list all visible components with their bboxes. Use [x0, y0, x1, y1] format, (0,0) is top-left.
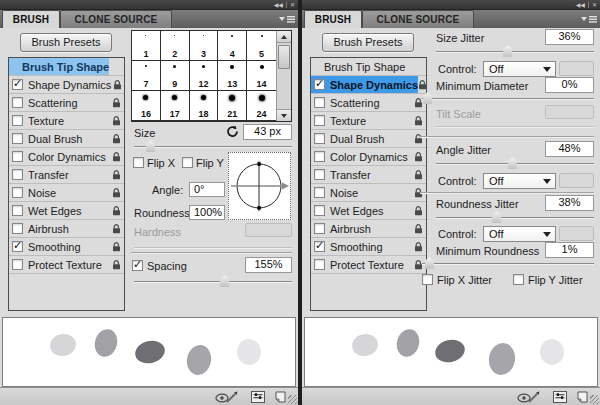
live-tip-preview-icon[interactable]: [215, 391, 238, 403]
lock-icon[interactable]: [109, 184, 124, 201]
sidebar-item-texture[interactable]: Texture: [9, 112, 124, 130]
angle-jitter-slider[interactable]: [436, 157, 594, 169]
size-value-field[interactable]: 43 px: [243, 124, 292, 140]
control-roundness-dropdown[interactable]: Off: [483, 226, 556, 242]
resize-grip-icon[interactable]: [590, 395, 599, 404]
lock-icon[interactable]: [411, 130, 426, 147]
lock-icon[interactable]: [418, 76, 427, 93]
brush-presets-button[interactable]: Brush Presets: [322, 33, 414, 52]
preset-manager-icon[interactable]: [553, 391, 567, 403]
lock-icon[interactable]: [411, 238, 426, 255]
minimum-diameter-value-field[interactable]: 0%: [545, 77, 594, 93]
brush-tip-cell[interactable]: 14: [247, 61, 276, 91]
minimum-diameter-slider-thumb[interactable]: [423, 92, 432, 104]
sidebar-item-transfer[interactable]: Transfer: [311, 166, 426, 184]
lock-icon[interactable]: [109, 220, 124, 237]
brush-tip-cell[interactable]: 5: [247, 31, 276, 61]
lock-icon[interactable]: [109, 238, 124, 255]
create-new-brush-icon[interactable]: [275, 391, 286, 403]
sidebar-item-brush-tip-shape[interactable]: Brush Tip Shape: [9, 58, 124, 76]
grid-scrollbar[interactable]: [276, 31, 291, 121]
sidebar-item-color-dynamics[interactable]: Color Dynamics: [311, 148, 426, 166]
roundness-jitter-value-field[interactable]: 38%: [545, 195, 594, 211]
angle-value-field[interactable]: 0°: [189, 182, 225, 197]
resize-grip-icon[interactable]: [288, 395, 297, 404]
transfer-checkbox[interactable]: [314, 169, 325, 180]
sidebar-item-wet-edges[interactable]: Wet Edges: [311, 202, 426, 220]
sidebar-item-dual-brush[interactable]: Dual Brush: [9, 130, 124, 148]
sidebar-item-shape-dynamics[interactable]: Shape Dynamics: [9, 76, 124, 94]
brush-tip-cell[interactable]: 13: [218, 61, 247, 91]
brush-tip-cell[interactable]: 24: [247, 91, 276, 121]
preset-manager-icon[interactable]: [251, 391, 265, 403]
airbrush-checkbox[interactable]: [12, 223, 23, 234]
noise-checkbox[interactable]: [12, 187, 23, 198]
scattering-checkbox[interactable]: [314, 97, 325, 108]
color-dynamics-checkbox[interactable]: [12, 151, 23, 162]
minimum-roundness-slider-thumb[interactable]: [425, 257, 434, 269]
collapse-panels-icon[interactable]: ◀◀: [274, 2, 283, 8]
flip-y-jitter-checkbox[interactable]: [513, 274, 524, 285]
wet-edges-checkbox[interactable]: [314, 205, 325, 216]
shape-dynamics-checkbox[interactable]: [314, 79, 325, 90]
brush-tip-cell[interactable]: 16: [132, 91, 161, 121]
lock-icon[interactable]: [109, 166, 124, 183]
sidebar-item-protect-texture[interactable]: Protect Texture: [311, 256, 426, 274]
lock-icon[interactable]: [109, 112, 124, 129]
size-jitter-slider[interactable]: [436, 45, 594, 57]
control-size-dropdown[interactable]: Off: [483, 61, 556, 77]
sidebar-item-transfer[interactable]: Transfer: [9, 166, 124, 184]
lock-icon[interactable]: [109, 148, 124, 165]
tab-clone-source[interactable]: CLONE SOURCE: [60, 10, 172, 28]
brush-tip-cell[interactable]: 7: [132, 61, 161, 91]
angle-jitter-slider-thumb[interactable]: [508, 157, 517, 169]
lock-icon[interactable]: [109, 94, 124, 111]
texture-checkbox[interactable]: [12, 115, 23, 126]
size-jitter-value-field[interactable]: 36%: [545, 29, 594, 45]
brush-tip-cell[interactable]: 17: [161, 91, 190, 121]
sidebar-item-dual-brush[interactable]: Dual Brush: [311, 130, 426, 148]
roundness-value-field[interactable]: 100%: [189, 205, 225, 220]
roundness-jitter-slider[interactable]: [436, 211, 594, 223]
minimum-roundness-slider[interactable]: [422, 257, 594, 269]
smoothing-checkbox[interactable]: [314, 241, 325, 252]
angle-jitter-value-field[interactable]: 48%: [545, 141, 594, 157]
scroll-up-icon[interactable]: [277, 31, 291, 43]
flip-y-checkbox[interactable]: [182, 157, 193, 168]
shape-dynamics-checkbox[interactable]: [12, 79, 23, 90]
brush-presets-button[interactable]: Brush Presets: [20, 33, 112, 52]
dual-brush-checkbox[interactable]: [12, 133, 23, 144]
sidebar-item-noise[interactable]: Noise: [311, 184, 426, 202]
brush-tip-cell[interactable]: 4: [218, 31, 247, 61]
sidebar-item-scattering[interactable]: Scattering: [311, 94, 426, 112]
lock-icon[interactable]: [411, 220, 426, 237]
tab-brush[interactable]: BRUSH: [304, 10, 362, 28]
lock-icon[interactable]: [411, 202, 426, 219]
sidebar-item-shape-dynamics[interactable]: Shape Dynamics: [311, 76, 426, 94]
brush-tip-cell[interactable]: 3: [190, 31, 219, 61]
flip-x-jitter-checkbox[interactable]: [422, 274, 433, 285]
smoothing-checkbox[interactable]: [12, 241, 23, 252]
lock-icon[interactable]: [411, 112, 426, 129]
sidebar-item-airbrush[interactable]: Airbrush: [311, 220, 426, 238]
minimum-diameter-slider[interactable]: [422, 92, 594, 104]
sidebar-item-protect-texture[interactable]: Protect Texture: [9, 256, 124, 274]
sidebar-item-airbrush[interactable]: Airbrush: [9, 220, 124, 238]
scattering-checkbox[interactable]: [12, 97, 23, 108]
brush-tip-cell[interactable]: 12: [190, 61, 219, 91]
sidebar-item-scattering[interactable]: Scattering: [9, 94, 124, 112]
sidebar-item-smoothing[interactable]: Smoothing: [311, 238, 426, 256]
sidebar-item-wet-edges[interactable]: Wet Edges: [9, 202, 124, 220]
close-panel-icon[interactable]: ✕: [290, 2, 295, 8]
texture-checkbox[interactable]: [314, 115, 325, 126]
protect-texture-checkbox[interactable]: [12, 259, 23, 270]
spacing-slider[interactable]: [134, 275, 292, 287]
spacing-checkbox[interactable]: [132, 260, 143, 271]
spacing-slider-thumb[interactable]: [220, 275, 229, 287]
brush-tip-cell[interactable]: 9: [161, 61, 190, 91]
brush-tip-cell[interactable]: 2: [161, 31, 190, 61]
protect-texture-checkbox[interactable]: [314, 259, 325, 270]
spacing-value-field[interactable]: 155%: [245, 257, 292, 273]
close-panel-icon[interactable]: ✕: [592, 2, 597, 8]
sidebar-item-color-dynamics[interactable]: Color Dynamics: [9, 148, 124, 166]
